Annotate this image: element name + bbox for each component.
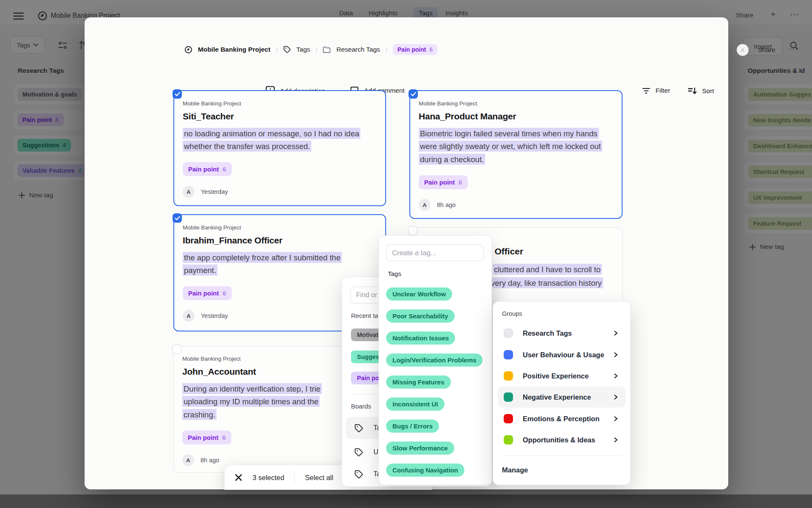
group-item-opportunities-ideas[interactable]: Opportunities & Ideas — [498, 429, 625, 450]
tag-icon — [354, 448, 363, 457]
breadcrumb-tag-pill[interactable]: Pain point 6 — [393, 44, 437, 55]
selected-count: 3 selected — [252, 474, 284, 482]
check-icon — [175, 92, 180, 97]
avatar: A — [183, 310, 195, 322]
card-checkbox-checked[interactable] — [409, 89, 418, 99]
avatar: A — [419, 199, 431, 211]
sort-icon — [688, 87, 697, 95]
group-color-chip — [504, 392, 513, 402]
close-icon[interactable] — [235, 474, 242, 481]
card-tag-pill[interactable]: Pain point6 — [182, 431, 231, 444]
chevron-right-icon — [613, 373, 619, 379]
card-tag-pill[interactable]: Pain point6 — [183, 162, 232, 176]
tag-icon — [354, 424, 363, 433]
more-icon[interactable]: ⋯ — [789, 44, 798, 54]
chevron-right-icon — [613, 437, 619, 443]
breadcrumb-tags[interactable]: Tags — [296, 46, 310, 53]
highlight-card[interactable]: Mobile Banking Project Siti_Teacher no l… — [173, 90, 386, 206]
card-timestamp: Yesterday — [201, 312, 228, 319]
recent-tags-label: Recent ta — [351, 312, 378, 319]
suggested-tag[interactable]: Missing Features — [386, 375, 451, 389]
filter-button[interactable]: Filter — [642, 87, 670, 94]
suggested-tag[interactable]: Confusing Navigation — [386, 464, 464, 477]
group-color-chip — [504, 329, 513, 338]
card-project-label: Mobile Banking Project — [183, 100, 376, 107]
card-highlight-text: no loading animation or message, so I ha… — [183, 127, 376, 153]
chevron-right-icon — [613, 394, 619, 400]
group-color-chip — [504, 414, 513, 423]
card-title-fragment: e Officer — [487, 246, 523, 257]
manage-groups-button[interactable]: Manage — [502, 466, 528, 474]
tags-section-label: Tags — [388, 270, 401, 277]
filter-icon — [642, 87, 650, 94]
card-tag-pill[interactable]: Pain point6 — [419, 175, 468, 189]
group-color-chip — [504, 350, 513, 359]
tag-icon — [283, 46, 291, 53]
card-checkbox-checked[interactable] — [173, 213, 182, 223]
screen: Mobile Banking Project Data Highlights T… — [0, 0, 812, 508]
group-item-negative-experience[interactable]: Negative Experience — [498, 387, 625, 408]
suggested-tag[interactable]: Notification Issues — [386, 331, 455, 345]
suggested-tag[interactable]: Poor Searchability — [386, 309, 455, 323]
suggested-tag[interactable]: Inconsistent UI — [386, 398, 444, 411]
group-item-research-tags[interactable]: Research Tags — [498, 323, 625, 344]
boards-label: Boards — [351, 403, 371, 410]
group-item-positive-experience[interactable]: Positive Experience — [498, 365, 625, 387]
groups-title: Groups — [502, 310, 522, 317]
card-timestamp: 8h ago — [437, 202, 455, 208]
card-timestamp: 8h ago — [200, 457, 219, 464]
card-highlight-text: cluttered and I have to scroll to — [493, 265, 602, 274]
check-icon — [411, 92, 416, 97]
breadcrumb: Mobile Banking Project / Tags / Research… — [184, 44, 437, 55]
suggested-tag[interactable]: Login/Verification Problems — [386, 353, 483, 367]
chevron-right-icon — [613, 352, 619, 358]
card-highlight-text: the app completely froze after I submitt… — [183, 251, 374, 277]
breadcrumb-project[interactable]: Mobile Banking Project — [198, 46, 270, 53]
select-all-button[interactable]: Select all — [305, 474, 333, 482]
card-checkbox-unchecked[interactable] — [408, 226, 417, 235]
group-item-emotions-perception[interactable]: Emotions & Perception — [498, 408, 625, 429]
highlight-card[interactable]: Mobile Banking Project Hana_Product Mana… — [409, 90, 623, 219]
card-title: Hana_Product Manager — [419, 111, 612, 121]
card-timestamp: Yesterday — [201, 188, 228, 195]
avatar[interactable]: A — [737, 44, 749, 56]
avatar: A — [182, 454, 194, 466]
group-color-chip — [504, 371, 513, 381]
share-button[interactable]: Share — [758, 46, 775, 54]
project-icon — [184, 46, 192, 54]
card-highlight-text: Biometric login failed several times whe… — [419, 127, 612, 166]
suggested-tag[interactable]: Bugs / Errors — [386, 420, 439, 433]
tag-icon — [354, 470, 363, 479]
create-tag-input[interactable] — [386, 244, 484, 261]
card-highlight-text: very day, like transaction history — [490, 278, 603, 287]
sort-button[interactable]: Sort — [688, 87, 714, 95]
chevron-right-icon — [613, 330, 619, 336]
group-color-chip — [504, 435, 513, 444]
card-checkbox-unchecked[interactable] — [172, 345, 181, 354]
card-title: Ibrahim_Finance Officer — [183, 235, 376, 246]
card-title: Siti_Teacher — [183, 111, 376, 121]
card-checkbox-checked[interactable] — [173, 89, 182, 99]
avatar: A — [183, 186, 195, 198]
card-project-label: Mobile Banking Project — [419, 100, 612, 107]
card-project-label: Mobile Banking Project — [183, 224, 376, 231]
group-item-user-behaviour[interactable]: User Behaviour & Usage — [498, 344, 625, 365]
check-icon — [175, 216, 180, 221]
breadcrumb-research-tags[interactable]: Research Tags — [336, 46, 380, 53]
chevron-right-icon — [613, 416, 619, 422]
suggested-tag[interactable]: Unclear Workflow — [386, 287, 452, 301]
folder-icon — [323, 46, 331, 53]
suggested-tag[interactable]: Slow Performance — [386, 442, 454, 455]
card-tag-pill[interactable]: Pain point6 — [183, 286, 232, 300]
